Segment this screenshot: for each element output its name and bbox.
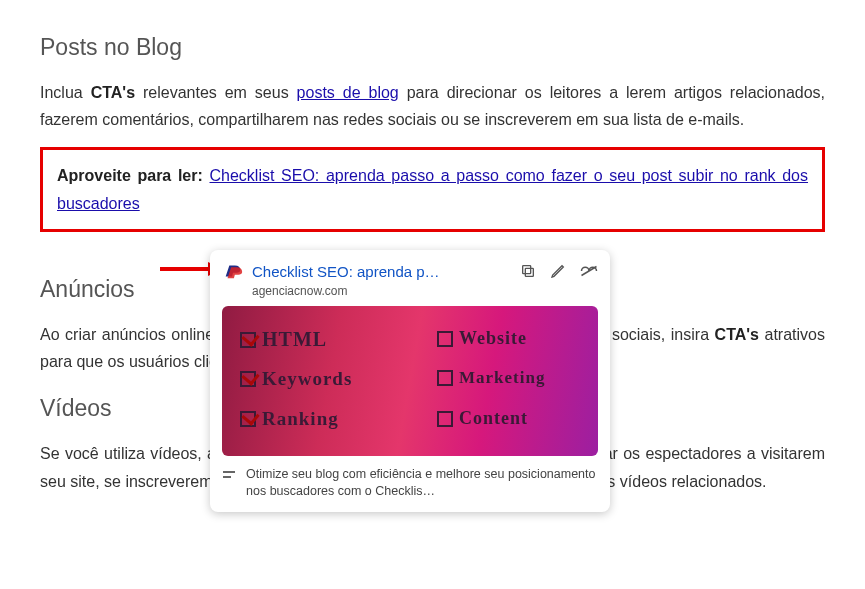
highlight-lead: Aproveite para ler: [57, 167, 210, 184]
paragraph-posts: Inclua CTA's relevantes em seus posts de… [40, 79, 825, 133]
section-title-posts: Posts no Blog [40, 28, 825, 67]
unlink-icon[interactable] [580, 263, 598, 279]
favicon-icon [222, 260, 244, 282]
preview-actions [520, 263, 598, 279]
preview-thumbnail[interactable]: HTML Keywords Ranking Website Marketing … [222, 306, 598, 456]
preview-title[interactable]: Checklist SEO: aprenda p… [252, 263, 512, 280]
link-preview-card: Checklist SEO: aprenda p… agenciacnow.co… [210, 250, 610, 512]
copy-icon[interactable] [520, 263, 536, 279]
more-icon[interactable] [222, 466, 236, 484]
svg-rect-2 [525, 268, 533, 276]
edit-icon[interactable] [550, 263, 566, 279]
highlight-box: Aproveite para ler: Checklist SEO: apren… [40, 147, 825, 231]
link-posts-de-blog[interactable]: posts de blog [297, 84, 399, 101]
preview-description: Otimize seu blog com eficiência e melhor… [246, 466, 598, 500]
preview-header: Checklist SEO: aprenda p… [222, 260, 598, 282]
svg-rect-3 [523, 266, 531, 274]
preview-domain: agenciacnow.com [252, 284, 598, 298]
